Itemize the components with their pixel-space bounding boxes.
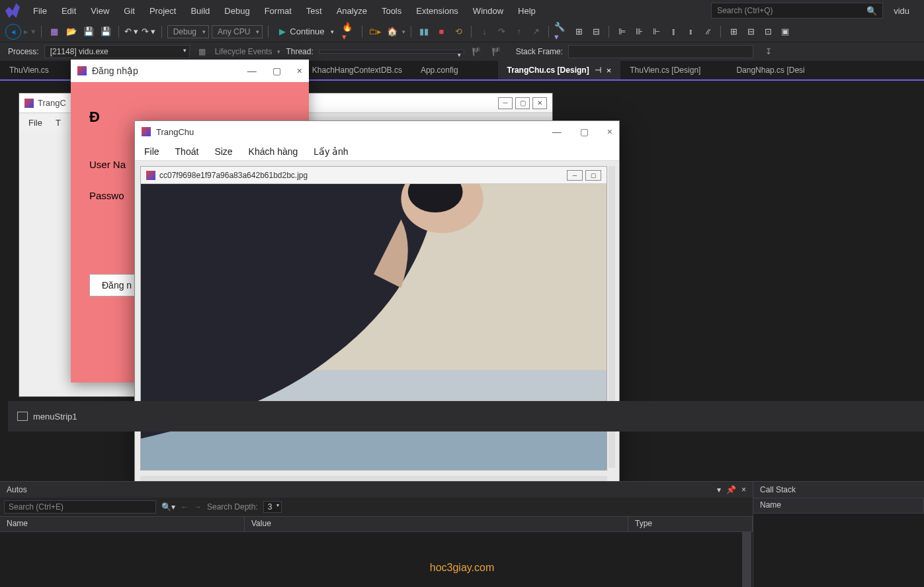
close-icon[interactable]: ×: [741, 485, 746, 494]
col-name[interactable]: Name: [0, 517, 245, 531]
menu-khachhang[interactable]: Khách hàng: [249, 146, 298, 157]
depth-dropdown[interactable]: 3: [263, 501, 282, 513]
global-search[interactable]: 🔍: [711, 3, 883, 19]
menu-project[interactable]: Project: [143, 3, 183, 19]
config-dropdown[interactable]: Debug: [167, 25, 209, 38]
continue-button[interactable]: ▶Continue▾: [274, 25, 339, 38]
step-icon[interactable]: ↗: [528, 24, 543, 39]
close-icon[interactable]: ×: [607, 66, 612, 75]
pin-icon[interactable]: 📌: [726, 485, 736, 494]
maximize-icon[interactable]: ▢: [580, 126, 589, 137]
col-type[interactable]: Type: [628, 517, 753, 531]
menu-thoat[interactable]: Thoát: [175, 146, 199, 157]
menu-git[interactable]: Git: [117, 3, 142, 19]
nav-forward-icon[interactable]: →: [194, 502, 202, 512]
vertical-scrollbar[interactable]: [742, 532, 751, 587]
tab-thuvien[interactable]: ThuVien.cs: [0, 61, 58, 79]
minimize-icon[interactable]: —: [552, 126, 562, 137]
menu-format[interactable]: Format: [258, 3, 298, 19]
hot-reload-icon[interactable]: 🔥▾: [342, 24, 357, 39]
save-icon[interactable]: 💾: [81, 24, 96, 39]
col-value[interactable]: Value: [245, 517, 628, 531]
menu-size[interactable]: Size: [214, 146, 232, 157]
close-icon[interactable]: ×: [297, 66, 302, 76]
minimize-icon[interactable]: ─: [498, 97, 513, 109]
maximize-icon[interactable]: ▢: [515, 97, 530, 109]
trangchu-running-window[interactable]: TrangChu — ▢ × File Thoát Size Khách hàn…: [134, 120, 620, 487]
col-name[interactable]: Name: [753, 498, 924, 513]
step-out-icon[interactable]: ↑: [511, 24, 526, 39]
align-icon[interactable]: ▣: [778, 24, 792, 39]
align-icon[interactable]: ⊪: [632, 24, 646, 39]
platform-dropdown[interactable]: Any CPU: [212, 25, 263, 38]
menu-debug[interactable]: Debug: [218, 3, 256, 19]
tool-icon[interactable]: ⊞: [571, 24, 586, 39]
dropdown-icon[interactable]: ▾: [402, 28, 405, 35]
stop-icon[interactable]: ■: [434, 24, 448, 39]
align-icon[interactable]: ⊫: [614, 24, 629, 39]
menu-build[interactable]: Build: [184, 3, 216, 19]
undo-icon[interactable]: ↶ ▾: [124, 24, 139, 39]
minimize-icon[interactable]: ─: [567, 170, 583, 181]
autos-search-input[interactable]: [4, 500, 156, 514]
align-icon[interactable]: ⊞: [726, 24, 741, 39]
restart-icon[interactable]: ⟲: [451, 24, 466, 39]
search-icon[interactable]: 🔍▾: [161, 502, 175, 512]
nav-back-icon[interactable]: ←: [181, 502, 189, 512]
chevron-down-icon[interactable]: ↧: [765, 47, 772, 56]
stackframe-dropdown[interactable]: [568, 45, 753, 58]
user-label[interactable]: vidu: [884, 6, 919, 16]
tab-thuvien-design[interactable]: ThuVien.cs [Design]: [620, 61, 727, 79]
maximize-icon[interactable]: ▢: [585, 170, 601, 181]
minimize-icon[interactable]: —: [247, 66, 257, 76]
menu-window[interactable]: Window: [466, 3, 510, 19]
align-icon[interactable]: ⊡: [761, 24, 775, 39]
nav-back-button[interactable]: ◄: [5, 24, 21, 40]
open-file-icon[interactable]: 📂: [64, 24, 79, 39]
align-icon[interactable]: ⊟: [743, 24, 758, 39]
align-icon[interactable]: ⊩: [649, 24, 663, 39]
menu-file[interactable]: File: [28, 118, 42, 128]
step-into-icon[interactable]: ↓: [477, 24, 491, 39]
process-dropdown[interactable]: [21148] vidu.exe: [44, 45, 190, 58]
tab-trangchu-design[interactable]: TrangChu.cs [Design]⊣×: [498, 61, 621, 79]
global-search-input[interactable]: [717, 6, 866, 15]
browse-icon[interactable]: 🗀▸: [368, 24, 382, 39]
wrench-icon[interactable]: 🔧▾: [554, 24, 569, 39]
lifecycle-label[interactable]: Lifecycle Events: [215, 47, 273, 56]
nav-forward-button[interactable]: ▸ ▾: [24, 26, 36, 36]
menu-item[interactable]: T: [56, 118, 61, 128]
pause-icon[interactable]: ▮▮: [417, 24, 431, 39]
tray-item-menustrip[interactable]: menuStrip1: [33, 412, 77, 422]
menu-tools[interactable]: Tools: [375, 3, 408, 19]
menu-extensions[interactable]: Extensions: [409, 3, 465, 19]
align-icon[interactable]: ⫽: [700, 24, 715, 39]
menu-file[interactable]: File: [144, 146, 159, 157]
tab-khachhangcontext[interactable]: KhachHangContextDB.cs: [303, 61, 411, 79]
save-all-icon[interactable]: 💾: [99, 24, 113, 39]
find-file-icon[interactable]: 🏠: [385, 24, 399, 39]
menu-file[interactable]: File: [26, 3, 54, 19]
thread-dropdown[interactable]: [319, 50, 464, 54]
pin-icon[interactable]: ⊣: [595, 66, 601, 75]
tool-icon[interactable]: ⊟: [589, 24, 603, 39]
new-project-icon[interactable]: ▦: [47, 24, 62, 39]
menu-analyze[interactable]: Analyze: [330, 3, 374, 19]
dropdown-icon[interactable]: ▾: [717, 485, 721, 494]
menu-test[interactable]: Test: [300, 3, 329, 19]
tab-dangnhap-design[interactable]: DangNhap.cs [Desi: [727, 61, 814, 79]
close-icon[interactable]: ✕: [532, 97, 547, 109]
lifecycle-icon[interactable]: ▦: [195, 44, 210, 59]
maximize-icon[interactable]: ▢: [273, 66, 281, 76]
menu-view[interactable]: View: [84, 3, 116, 19]
align-icon[interactable]: ⫿: [666, 24, 681, 39]
redo-icon[interactable]: ↷ ▾: [142, 24, 156, 39]
flag-icon[interactable]: 🏴: [489, 44, 504, 59]
menu-edit[interactable]: Edit: [55, 3, 83, 19]
menu-layanh[interactable]: Lấy ảnh: [314, 146, 348, 157]
step-over-icon[interactable]: ↷: [494, 24, 509, 39]
tab-appconfig[interactable]: App.config: [411, 61, 498, 79]
align-icon[interactable]: ⫾: [683, 24, 698, 39]
flag-icon[interactable]: 🏴: [470, 44, 484, 59]
menu-help[interactable]: Help: [511, 3, 542, 19]
